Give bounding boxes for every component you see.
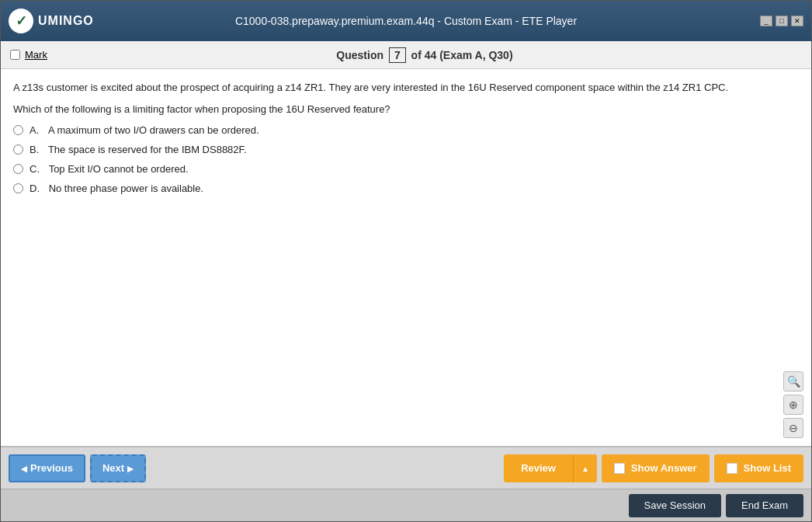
search-button[interactable]: 🔍 [783, 371, 803, 392]
question-header: Mark Question 7 of 44 (Exam A, Q30) [1, 41, 811, 69]
logo: ✓ UMINGO [9, 9, 94, 33]
show-answer-label: Show Answer [631, 462, 697, 474]
show-list-label: Show List [744, 462, 791, 474]
show-answer-button[interactable]: Show Answer [602, 454, 710, 482]
option-c-radio[interactable] [13, 164, 23, 174]
review-arrow-icon [581, 463, 589, 474]
close-button[interactable]: ✕ [791, 16, 803, 26]
mark-checkbox-input[interactable] [10, 50, 20, 60]
option-a-text: A maximum of two I/O drawers can be orde… [48, 124, 259, 136]
window-title: C1000-038.prepaway.premium.exam.44q - Cu… [235, 15, 577, 27]
next-button[interactable]: Next [90, 454, 146, 482]
zoom-controls: 🔍 ⊕ ⊖ [783, 371, 803, 438]
option-c-label: C. [29, 163, 43, 175]
review-wrapper: Review [504, 454, 597, 482]
option-d-radio[interactable] [13, 183, 23, 193]
question-number-box: 7 [389, 47, 406, 63]
titlebar: ✓ UMINGO C1000-038.prepaway.premium.exam… [1, 1, 811, 41]
question-paragraph1: A z13s customer is excited about the pro… [13, 80, 799, 96]
option-b-label: B. [29, 144, 42, 155]
end-exam-button[interactable]: End Exam [726, 494, 803, 517]
option-d-label: D. [29, 183, 43, 194]
minimize-button[interactable]: _ [760, 16, 772, 26]
list-item: B. The space is reserved for the IBM DS8… [13, 144, 799, 155]
option-a-label: A. [29, 124, 42, 136]
question-label: Question [336, 49, 383, 61]
list-item: C. Top Exit I/O cannot be ordered. [13, 163, 799, 175]
question-info: Question 7 of 44 (Exam A, Q30) [47, 47, 802, 63]
question-paragraph2: Which of the following is a limiting fac… [13, 102, 799, 117]
bottom-actions: Save Session End Exam [1, 489, 811, 521]
options-list: A. A maximum of two I/O drawers can be o… [13, 124, 799, 194]
review-arrow-button[interactable] [573, 454, 597, 482]
next-icon [127, 462, 134, 474]
logo-circle: ✓ [9, 9, 33, 33]
logo-check-icon: ✓ [16, 12, 27, 30]
maximize-button[interactable]: □ [776, 16, 788, 26]
review-button[interactable]: Review [504, 454, 573, 482]
option-d-text: No three phase power is available. [49, 183, 203, 194]
question-of-label: of 44 (Exam A, Q30) [411, 49, 513, 61]
previous-label: Previous [30, 462, 73, 474]
option-a-radio[interactable] [13, 125, 23, 135]
zoom-out-button[interactable]: ⊖ [783, 418, 803, 438]
list-item: D. No three phase power is available. [13, 183, 799, 194]
bottom-nav: Previous Next Review Show Answer Show Li… [1, 446, 811, 489]
show-list-indicator [727, 463, 737, 474]
option-c-text: Top Exit I/O cannot be ordered. [49, 163, 189, 175]
option-b-radio[interactable] [13, 144, 23, 155]
previous-button[interactable]: Previous [9, 454, 85, 482]
show-answer-indicator [614, 463, 625, 474]
option-b-text: The space is reserved for the IBM DS8882… [48, 144, 247, 155]
content-area: A z13s customer is excited about the pro… [1, 69, 811, 446]
main-window: ✓ UMINGO C1000-038.prepaway.premium.exam… [0, 0, 812, 522]
next-label: Next [102, 462, 124, 474]
mark-checkbox-label[interactable]: Mark [10, 49, 47, 61]
list-item: A. A maximum of two I/O drawers can be o… [13, 124, 799, 136]
window-controls: _ □ ✕ [760, 16, 803, 26]
zoom-in-button[interactable]: ⊕ [783, 395, 803, 415]
save-session-button[interactable]: Save Session [629, 494, 722, 517]
question-text: A z13s customer is excited about the pro… [13, 80, 799, 117]
show-list-button[interactable]: Show List [714, 454, 803, 482]
mark-label: Mark [25, 49, 47, 61]
logo-text: UMINGO [38, 14, 94, 28]
previous-icon [21, 462, 27, 474]
